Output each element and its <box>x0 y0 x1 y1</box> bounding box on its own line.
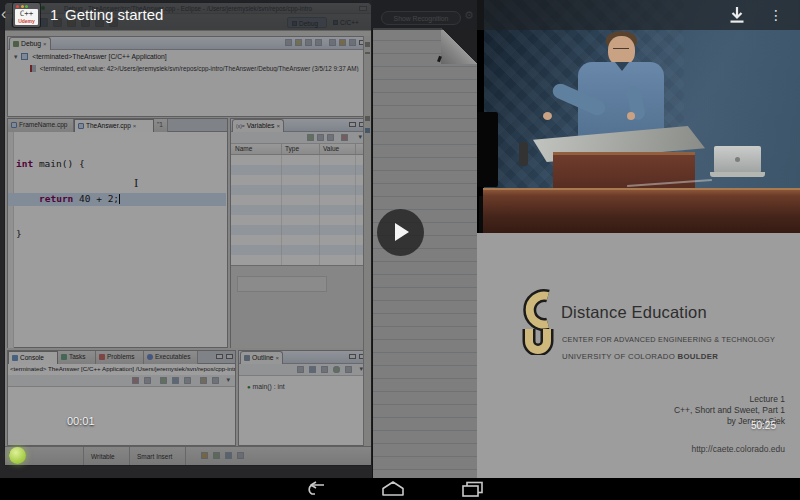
nav-back-button[interactable] <box>302 481 328 497</box>
up-navigation-icon[interactable]: ‹ <box>1 0 6 30</box>
left-video-player[interactable]: Debug - TheAnswer/src/TheAnswer.cpp - Ec… <box>0 0 477 478</box>
app-logo-dot <box>25 5 28 8</box>
nav-recents-button[interactable] <box>460 481 485 497</box>
laptop-logo <box>735 157 740 162</box>
current-time-label: 00:01 <box>67 415 95 427</box>
shirt-collar <box>615 62 629 71</box>
water-bottle <box>519 142 528 166</box>
slide-subheading: CENTER FOR ADVANCED ENGINEERING & TECHNO… <box>562 335 775 344</box>
lecturer-glasses <box>613 48 629 49</box>
slide-url: http://caete.colorado.edu <box>691 444 785 454</box>
app-logo-cpp-text: C++ <box>15 9 38 18</box>
app-bar: ‹ C++ Udemy 1 Getting started ⋮ <box>0 0 800 30</box>
slide-university-bold: BOULDER <box>678 352 719 361</box>
laptop-base <box>710 172 765 177</box>
duration-label: 50:25 <box>751 420 776 431</box>
lecture-title: C++, Short and Sweet, Part 1 <box>674 405 785 416</box>
lecture-number: 1 <box>50 0 58 30</box>
download-button[interactable] <box>726 5 748 25</box>
screen: Debug - TheAnswer/src/TheAnswer.cpp - Ec… <box>0 0 800 500</box>
monitor-silhouette <box>477 112 498 187</box>
app-logo-body: C++ Udemy <box>15 9 38 25</box>
lecturer-video[interactable] <box>477 0 800 233</box>
lecturer-right-hand <box>627 112 635 120</box>
android-navigation-bar <box>0 478 800 500</box>
slide-university: UNIVERSITY OF COLORADO BOULDER <box>562 352 718 361</box>
app-logo-dot <box>16 5 19 8</box>
overflow-menu-button[interactable]: ⋮ <box>766 2 786 28</box>
cu-logo-icon <box>515 287 559 355</box>
play-button[interactable] <box>377 209 424 256</box>
app-logo[interactable]: C++ Udemy <box>13 3 40 27</box>
page-title: Getting started <box>65 0 163 30</box>
slide-heading: Distance Education <box>561 303 707 322</box>
title-slide[interactable]: Distance Education CENTER FOR ADVANCED E… <box>477 233 800 478</box>
lecturer-left-hand <box>543 112 552 120</box>
seekbar-thumb[interactable] <box>9 447 26 464</box>
play-icon <box>395 223 409 241</box>
app-logo-brand-text: Udemy <box>15 18 38 24</box>
studio-desk <box>483 188 800 233</box>
nav-home-button[interactable] <box>380 480 406 497</box>
app-logo-dot <box>21 5 24 8</box>
lecture-label: Lecture 1 <box>674 394 785 405</box>
